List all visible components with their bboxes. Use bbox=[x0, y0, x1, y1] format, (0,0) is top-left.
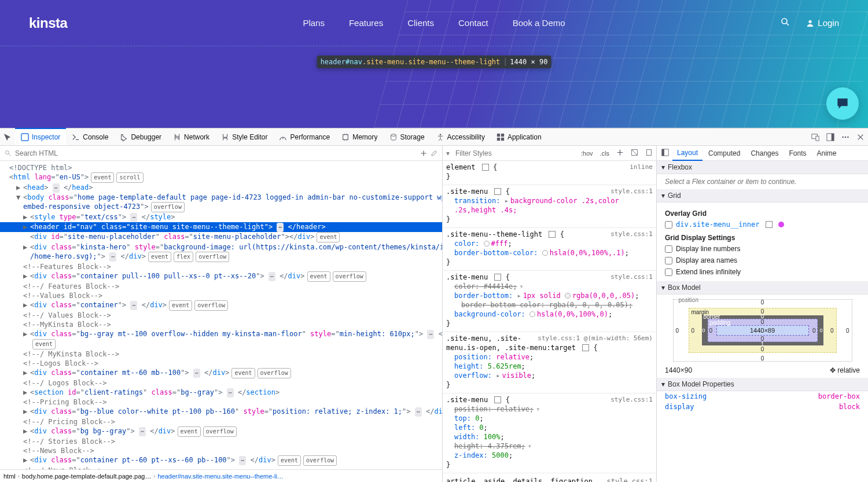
svg-point-4 bbox=[391, 134, 396, 136]
svg-rect-2 bbox=[21, 134, 28, 141]
box-model-diagram[interactable]: position 0 0 0 0 margin 0 0 0 0 bbox=[673, 297, 852, 362]
search-icon[interactable] bbox=[781, 17, 790, 28]
svg-point-15 bbox=[845, 136, 847, 138]
svg-rect-21 bbox=[662, 149, 664, 155]
search-icon bbox=[5, 150, 12, 157]
nav-plans[interactable]: Plans bbox=[303, 18, 325, 28]
close-icon[interactable] bbox=[853, 128, 868, 146]
sidebar-toggle-icon[interactable] bbox=[659, 149, 671, 158]
svg-rect-6 bbox=[497, 133, 500, 136]
user-icon bbox=[806, 19, 814, 27]
svg-point-17 bbox=[6, 150, 9, 154]
html-tree[interactable]: <!DOCTYPE html> <html lang="en-US">event… bbox=[0, 161, 442, 469]
print-media-icon[interactable] bbox=[642, 149, 656, 157]
tab-console[interactable]: Console bbox=[66, 128, 114, 146]
nav-demo[interactable]: Book a Demo bbox=[513, 18, 565, 28]
boxmodel-props-section[interactable]: ▾Box Model Properties bbox=[657, 378, 868, 391]
flex-badge-icon[interactable] bbox=[494, 188, 501, 195]
tab-debugger[interactable]: Debugger bbox=[114, 128, 167, 146]
crumb-html[interactable]: html bbox=[3, 473, 16, 480]
rules-list[interactable]: inline element {} style.css:1 .site-menu… bbox=[443, 161, 656, 482]
hov-toggle[interactable]: :hov bbox=[578, 150, 597, 157]
svg-rect-11 bbox=[816, 136, 819, 141]
crumb-body[interactable]: body.home.page-template-default.page.pag… bbox=[22, 473, 152, 480]
light-dark-icon[interactable] bbox=[627, 149, 642, 157]
flexbox-section[interactable]: ▾Flexbox bbox=[657, 161, 868, 174]
login-link[interactable]: Login bbox=[806, 18, 839, 28]
grid-color-swatch[interactable] bbox=[778, 222, 784, 227]
selected-node: ▶<header id="nav" class="site-menu site-… bbox=[0, 222, 442, 232]
svg-point-16 bbox=[847, 136, 849, 138]
tab-application[interactable]: Application bbox=[491, 128, 547, 146]
dock-icon[interactable] bbox=[823, 128, 838, 146]
svg-point-1 bbox=[809, 20, 812, 23]
logo: kinsta bbox=[29, 15, 67, 31]
svg-rect-9 bbox=[501, 137, 504, 140]
nav-right: Login bbox=[781, 17, 839, 28]
opt-line-numbers[interactable] bbox=[665, 245, 672, 253]
subtab-fonts[interactable]: Fonts bbox=[784, 146, 811, 161]
html-search-input[interactable] bbox=[15, 149, 417, 157]
svg-rect-8 bbox=[497, 137, 500, 140]
subtab-layout[interactable]: Layout bbox=[672, 146, 703, 161]
svg-rect-3 bbox=[343, 134, 348, 139]
tab-style-editor[interactable]: Style Editor bbox=[215, 128, 273, 146]
add-node-icon[interactable] bbox=[420, 150, 427, 157]
subtab-changes[interactable]: Changes bbox=[746, 146, 783, 161]
responsive-mode-icon[interactable] bbox=[808, 128, 823, 146]
kebab-icon[interactable] bbox=[838, 128, 853, 146]
element-highlight-tooltip: header#nav.site-menu.site-menu--theme-li… bbox=[317, 56, 551, 68]
crumb-header[interactable]: header#nav.site-menu.site-menu--theme-li… bbox=[157, 473, 283, 480]
svg-rect-13 bbox=[832, 133, 834, 140]
grid-section[interactable]: ▾Grid bbox=[657, 189, 868, 203]
nav-clients[interactable]: Clients bbox=[407, 18, 434, 28]
chat-widget[interactable] bbox=[826, 87, 859, 120]
tab-performance[interactable]: Performance bbox=[273, 128, 336, 146]
tab-memory[interactable]: Memory bbox=[336, 128, 383, 146]
svg-point-0 bbox=[782, 19, 787, 24]
filter-styles-input[interactable] bbox=[453, 149, 578, 157]
add-rule-icon[interactable] bbox=[613, 149, 627, 157]
svg-point-5 bbox=[439, 134, 441, 135]
opt-area-names[interactable] bbox=[665, 257, 672, 264]
position-value: ✥ relative bbox=[830, 366, 860, 374]
eyedropper-icon[interactable] bbox=[431, 150, 437, 157]
svg-rect-7 bbox=[501, 133, 504, 136]
html-pane: <!DOCTYPE html> <html lang="en-US">event… bbox=[0, 146, 443, 482]
site-header: kinsta Plans Features Clients Contact Bo… bbox=[0, 0, 868, 46]
devtools: Inspector Console Debugger Network Style… bbox=[0, 128, 868, 482]
page-viewport: kinsta Plans Features Clients Contact Bo… bbox=[0, 0, 868, 128]
subtab-animations[interactable]: Anime bbox=[812, 146, 841, 161]
devtools-toolbar: Inspector Console Debugger Network Style… bbox=[0, 128, 868, 146]
primary-nav: Plans Features Clients Contact Book a De… bbox=[303, 18, 565, 28]
svg-rect-19 bbox=[646, 150, 651, 156]
funnel-icon: ▾ bbox=[443, 149, 453, 157]
pick-element-icon[interactable] bbox=[0, 128, 15, 146]
breadcrumb[interactable]: html › body.home.page-template-default.p… bbox=[0, 469, 442, 482]
nav-features[interactable]: Features bbox=[349, 18, 383, 28]
styles-pane: ▾ :hov .cls inline element {} style.css:… bbox=[443, 146, 657, 482]
layout-pane: Layout Computed Changes Fonts Anime ▾Fle… bbox=[657, 146, 868, 482]
grid-overlay-checkbox[interactable] bbox=[665, 221, 672, 229]
svg-point-14 bbox=[842, 136, 844, 138]
html-search bbox=[0, 146, 442, 161]
chat-icon bbox=[835, 96, 850, 111]
tab-storage[interactable]: Storage bbox=[384, 128, 431, 146]
tab-network[interactable]: Network bbox=[167, 128, 215, 146]
opt-extend-lines[interactable] bbox=[665, 268, 672, 276]
tab-inspector[interactable]: Inspector bbox=[15, 128, 66, 145]
tab-accessibility[interactable]: Accessibility bbox=[431, 128, 491, 146]
boxmodel-section[interactable]: ▾Box Model bbox=[657, 281, 868, 295]
cls-toggle[interactable]: .cls bbox=[597, 150, 613, 157]
subtab-computed[interactable]: Computed bbox=[704, 146, 745, 161]
grid-badge-icon[interactable] bbox=[766, 221, 773, 228]
inline-badge bbox=[482, 164, 489, 171]
nav-contact[interactable]: Contact bbox=[458, 18, 488, 28]
